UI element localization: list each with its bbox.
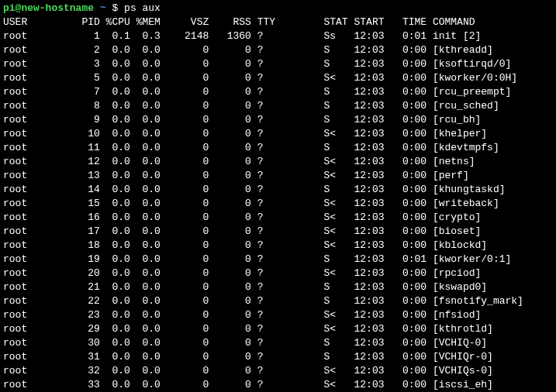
process-row: root 23 0.0 0.0 0 0 ? S< 12:03 0:00 [nfs… xyxy=(3,308,553,322)
prompt-user-host: pi@new-hostname xyxy=(3,2,94,14)
command-text[interactable]: ps aux xyxy=(124,2,161,14)
process-row: root 33 0.0 0.0 0 0 ? S< 12:03 0:00 [isc… xyxy=(3,378,553,392)
process-row: root 5 0.0 0.0 0 0 ? S< 12:03 0:00 [kwor… xyxy=(3,71,553,85)
process-row: root 31 0.0 0.0 0 0 ? S 12:03 0:00 [VCHI… xyxy=(3,350,553,364)
process-row: root 30 0.0 0.0 0 0 ? S 12:03 0:00 [VCHI… xyxy=(3,336,553,350)
process-row: root 22 0.0 0.0 0 0 ? S 12:03 0:00 [fsno… xyxy=(3,294,553,308)
process-row: root 19 0.0 0.0 0 0 ? S 12:03 0:01 [kwor… xyxy=(3,253,553,266)
process-row: root 21 0.0 0.0 0 0 ? S 12:03 0:00 [kswa… xyxy=(3,280,553,294)
process-row: root 1 0.1 0.3 2148 1360 ? Ss 12:03 0:01… xyxy=(3,29,553,43)
process-row: root 9 0.0 0.0 0 0 ? S 12:03 0:00 [rcu_b… xyxy=(3,113,553,127)
process-row: root 18 0.0 0.0 0 0 ? S< 12:03 0:00 [kbl… xyxy=(3,239,553,253)
process-row: root 12 0.0 0.0 0 0 ? S< 12:03 0:00 [net… xyxy=(3,155,553,169)
process-row: root 32 0.0 0.0 0 0 ? S< 12:03 0:00 [VCH… xyxy=(3,364,553,378)
process-row: root 17 0.0 0.0 0 0 ? S< 12:03 0:00 [bio… xyxy=(3,225,553,239)
process-row: root 10 0.0 0.0 0 0 ? S< 12:03 0:00 [khe… xyxy=(3,127,553,141)
prompt-path-text: ~ xyxy=(100,2,106,14)
process-row: root 14 0.0 0.0 0 0 ? S 12:03 0:00 [khun… xyxy=(3,183,553,197)
process-row: root 20 0.0 0.0 0 0 ? S< 12:03 0:00 [rpc… xyxy=(3,266,553,280)
process-row: root 8 0.0 0.0 0 0 ? S 12:03 0:00 [rcu_s… xyxy=(3,99,553,113)
prompt-line: pi@new-hostname ~ $ ps aux xyxy=(3,2,553,15)
process-row: root 3 0.0 0.0 0 0 ? S 12:03 0:00 [ksoft… xyxy=(3,57,553,71)
process-row: root 11 0.0 0.0 0 0 ? S 12:03 0:00 [kdev… xyxy=(3,141,553,155)
process-row: root 15 0.0 0.0 0 0 ? S< 12:03 0:00 [wri… xyxy=(3,197,553,211)
process-row: root 29 0.0 0.0 0 0 ? S< 12:03 0:00 [kth… xyxy=(3,322,553,336)
process-row: root 2 0.0 0.0 0 0 ? S 12:03 0:00 [kthre… xyxy=(3,43,553,57)
process-row: root 13 0.0 0.0 0 0 ? S< 12:03 0:00 [per… xyxy=(3,169,553,183)
prompt-symbol: $ xyxy=(112,2,118,14)
process-row: root 7 0.0 0.0 0 0 ? S 12:03 0:00 [rcu_p… xyxy=(3,85,553,99)
header-row: USER PID %CPU %MEM VSZ RSS TTY STAT STAR… xyxy=(3,15,553,29)
process-row: root 16 0.0 0.0 0 0 ? S< 12:03 0:00 [cry… xyxy=(3,211,553,225)
rows-container: root 1 0.1 0.3 2148 1360 ? Ss 12:03 0:01… xyxy=(3,29,553,392)
